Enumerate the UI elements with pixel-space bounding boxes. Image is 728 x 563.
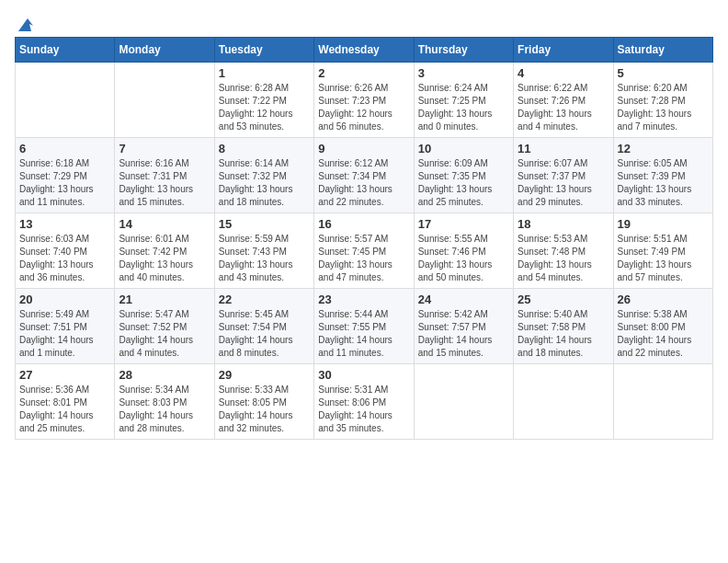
- day-info: Sunrise: 5:42 AMSunset: 7:57 PMDaylight:…: [418, 308, 509, 360]
- calendar-cell: 3Sunrise: 6:24 AMSunset: 7:25 PMDaylight…: [414, 63, 513, 138]
- day-info: Sunrise: 6:03 AMSunset: 7:40 PMDaylight:…: [19, 233, 110, 284]
- day-number: 22: [219, 293, 310, 306]
- day-number: 11: [518, 142, 609, 155]
- day-number: 21: [119, 293, 210, 306]
- day-info: Sunrise: 6:07 AMSunset: 7:37 PMDaylight:…: [518, 157, 609, 209]
- calendar-cell: 4Sunrise: 6:22 AMSunset: 7:26 PMDaylight…: [514, 63, 613, 138]
- day-info: Sunrise: 6:12 AMSunset: 7:34 PMDaylight:…: [318, 157, 409, 209]
- day-info: Sunrise: 6:20 AMSunset: 7:28 PMDaylight:…: [618, 82, 709, 133]
- day-info: Sunrise: 5:55 AMSunset: 7:46 PMDaylight:…: [418, 233, 509, 284]
- calendar-week-row: 27Sunrise: 5:36 AMSunset: 8:01 PMDayligh…: [16, 364, 713, 440]
- calendar-cell: 24Sunrise: 5:42 AMSunset: 7:57 PMDayligh…: [414, 289, 513, 364]
- day-number: 15: [219, 217, 310, 231]
- calendar-cell: 12Sunrise: 6:05 AMSunset: 7:39 PMDayligh…: [613, 138, 712, 213]
- day-info: Sunrise: 5:38 AMSunset: 8:00 PMDaylight:…: [618, 308, 709, 360]
- calendar-cell: 19Sunrise: 5:51 AMSunset: 7:49 PMDayligh…: [613, 213, 712, 289]
- calendar-cell: 25Sunrise: 5:40 AMSunset: 7:58 PMDayligh…: [514, 289, 613, 364]
- day-number: 4: [518, 66, 609, 80]
- svg-marker-0: [18, 18, 33, 31]
- calendar-cell: 10Sunrise: 6:09 AMSunset: 7:35 PMDayligh…: [414, 138, 513, 213]
- day-number: 23: [318, 293, 409, 306]
- day-info: Sunrise: 5:31 AMSunset: 8:06 PMDaylight:…: [318, 384, 409, 435]
- day-info: Sunrise: 5:47 AMSunset: 7:52 PMDaylight:…: [119, 308, 210, 360]
- day-info: Sunrise: 5:53 AMSunset: 7:48 PMDaylight:…: [518, 233, 609, 284]
- day-number: 25: [518, 293, 609, 306]
- calendar-cell: 22Sunrise: 5:45 AMSunset: 7:54 PMDayligh…: [214, 289, 313, 364]
- day-info: Sunrise: 5:34 AMSunset: 8:03 PMDaylight:…: [119, 384, 210, 435]
- day-number: 30: [318, 368, 409, 382]
- day-number: 19: [618, 217, 709, 231]
- day-number: 24: [418, 293, 509, 306]
- day-info: Sunrise: 5:36 AMSunset: 8:01 PMDaylight:…: [19, 384, 110, 435]
- calendar-header-row: SundayMondayTuesdayWednesdayThursdayFrid…: [16, 38, 713, 63]
- calendar-cell: 14Sunrise: 6:01 AMSunset: 7:42 PMDayligh…: [115, 213, 214, 289]
- page-header: [15, 15, 713, 29]
- day-info: Sunrise: 6:28 AMSunset: 7:22 PMDaylight:…: [219, 82, 310, 133]
- day-number: 6: [19, 142, 110, 155]
- day-number: 26: [618, 293, 709, 306]
- calendar-cell: 27Sunrise: 5:36 AMSunset: 8:01 PMDayligh…: [16, 364, 115, 440]
- day-number: 20: [19, 293, 110, 306]
- day-number: 29: [219, 368, 310, 382]
- calendar-cell: 8Sunrise: 6:14 AMSunset: 7:32 PMDaylight…: [214, 138, 313, 213]
- day-info: Sunrise: 6:16 AMSunset: 7:31 PMDaylight:…: [119, 157, 210, 209]
- calendar-cell: 11Sunrise: 6:07 AMSunset: 7:37 PMDayligh…: [514, 138, 613, 213]
- day-number: 27: [19, 368, 110, 382]
- calendar-table: SundayMondayTuesdayWednesdayThursdayFrid…: [15, 37, 713, 440]
- calendar-cell: 30Sunrise: 5:31 AMSunset: 8:06 PMDayligh…: [314, 364, 414, 440]
- header-friday: Friday: [514, 38, 613, 63]
- day-number: 7: [119, 142, 210, 155]
- day-info: Sunrise: 6:18 AMSunset: 7:29 PMDaylight:…: [19, 157, 110, 209]
- day-info: Sunrise: 6:22 AMSunset: 7:26 PMDaylight:…: [518, 82, 609, 133]
- calendar-cell: 26Sunrise: 5:38 AMSunset: 8:00 PMDayligh…: [613, 289, 712, 364]
- day-info: Sunrise: 5:51 AMSunset: 7:49 PMDaylight:…: [618, 233, 709, 284]
- day-number: 2: [318, 66, 409, 80]
- day-number: 5: [618, 66, 709, 80]
- calendar-cell: [115, 63, 214, 138]
- calendar-cell: 28Sunrise: 5:34 AMSunset: 8:03 PMDayligh…: [115, 364, 214, 440]
- day-info: Sunrise: 6:05 AMSunset: 7:39 PMDaylight:…: [618, 157, 709, 209]
- day-number: 9: [318, 142, 409, 155]
- calendar-cell: [414, 364, 513, 440]
- calendar-cell: 29Sunrise: 5:33 AMSunset: 8:05 PMDayligh…: [214, 364, 313, 440]
- day-number: 8: [219, 142, 310, 155]
- calendar-week-row: 1Sunrise: 6:28 AMSunset: 7:22 PMDaylight…: [16, 63, 713, 138]
- day-info: Sunrise: 6:14 AMSunset: 7:32 PMDaylight:…: [219, 157, 310, 209]
- day-info: Sunrise: 6:26 AMSunset: 7:23 PMDaylight:…: [318, 82, 409, 133]
- header-tuesday: Tuesday: [214, 38, 313, 63]
- day-number: 1: [219, 66, 310, 80]
- logo-icon: [15, 15, 35, 35]
- header-wednesday: Wednesday: [314, 38, 414, 63]
- day-info: Sunrise: 5:40 AMSunset: 7:58 PMDaylight:…: [518, 308, 609, 360]
- calendar-cell: 5Sunrise: 6:20 AMSunset: 7:28 PMDaylight…: [613, 63, 712, 138]
- calendar-cell: 20Sunrise: 5:49 AMSunset: 7:51 PMDayligh…: [16, 289, 115, 364]
- day-number: 16: [318, 217, 409, 231]
- day-number: 28: [119, 368, 210, 382]
- calendar-cell: [16, 63, 115, 138]
- header-saturday: Saturday: [613, 38, 712, 63]
- calendar-cell: 21Sunrise: 5:47 AMSunset: 7:52 PMDayligh…: [115, 289, 214, 364]
- calendar-cell: 18Sunrise: 5:53 AMSunset: 7:48 PMDayligh…: [514, 213, 613, 289]
- day-info: Sunrise: 5:57 AMSunset: 7:45 PMDaylight:…: [318, 233, 409, 284]
- calendar-cell: 7Sunrise: 6:16 AMSunset: 7:31 PMDaylight…: [115, 138, 214, 213]
- calendar-cell: 15Sunrise: 5:59 AMSunset: 7:43 PMDayligh…: [214, 213, 313, 289]
- header-thursday: Thursday: [414, 38, 513, 63]
- day-number: 12: [618, 142, 709, 155]
- day-number: 10: [418, 142, 509, 155]
- calendar-week-row: 13Sunrise: 6:03 AMSunset: 7:40 PMDayligh…: [16, 213, 713, 289]
- calendar-cell: 16Sunrise: 5:57 AMSunset: 7:45 PMDayligh…: [314, 213, 414, 289]
- calendar-week-row: 6Sunrise: 6:18 AMSunset: 7:29 PMDaylight…: [16, 138, 713, 213]
- calendar-cell: 2Sunrise: 6:26 AMSunset: 7:23 PMDaylight…: [314, 63, 414, 138]
- calendar-cell: 17Sunrise: 5:55 AMSunset: 7:46 PMDayligh…: [414, 213, 513, 289]
- calendar-cell: 23Sunrise: 5:44 AMSunset: 7:55 PMDayligh…: [314, 289, 414, 364]
- day-info: Sunrise: 5:49 AMSunset: 7:51 PMDaylight:…: [19, 308, 110, 360]
- calendar-cell: 9Sunrise: 6:12 AMSunset: 7:34 PMDaylight…: [314, 138, 414, 213]
- calendar-cell: [514, 364, 613, 440]
- header-monday: Monday: [115, 38, 214, 63]
- day-number: 13: [19, 217, 110, 231]
- header-sunday: Sunday: [16, 38, 115, 63]
- day-info: Sunrise: 5:59 AMSunset: 7:43 PMDaylight:…: [219, 233, 310, 284]
- day-number: 14: [119, 217, 210, 231]
- calendar-cell: 6Sunrise: 6:18 AMSunset: 7:29 PMDaylight…: [16, 138, 115, 213]
- day-info: Sunrise: 5:33 AMSunset: 8:05 PMDaylight:…: [219, 384, 310, 435]
